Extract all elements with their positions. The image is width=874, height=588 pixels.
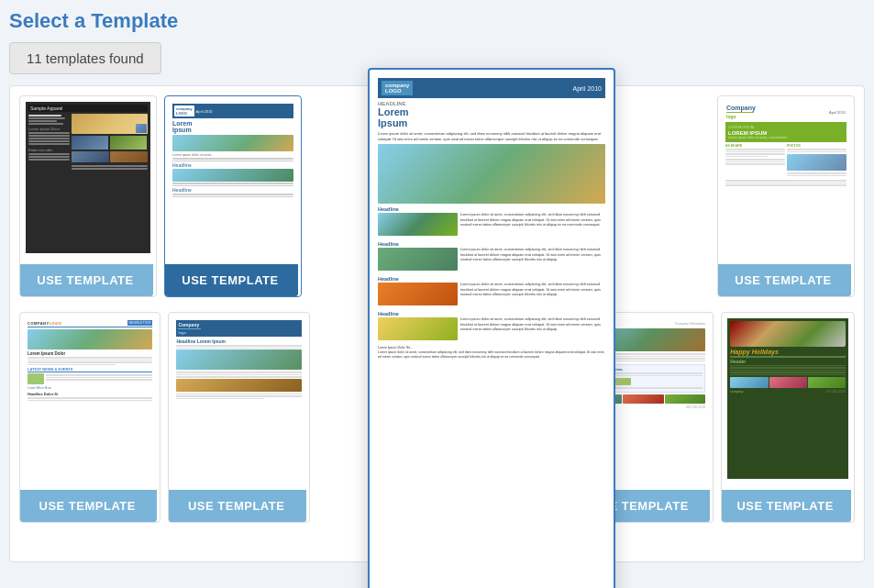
use-template-button-company-green[interactable]: USE TEMPLATE [717,264,851,296]
template-card-holiday[interactable]: Happy Holidays Header company [721,312,855,523]
use-template-button-dark-apparel[interactable]: USE TEMPLATE [19,264,153,296]
template-preview-co-blue: Company logo Headline Lorem Ipsum [174,318,303,484]
templates-area: Sample Apparel Lorem Ipsum Dolor Etiam n… [9,85,865,562]
template-preview-dark: Sample Apparel Lorem Ipsum Dolor Etiam n… [26,102,150,259]
template-card-dark-apparel[interactable]: Sample Apparel Lorem Ipsum Dolor Etiam n… [19,95,157,297]
template-card-company-green[interactable]: Company logo April 2010 LOREM IPSUM LORE… [717,95,855,297]
template-card-photo-newsletter[interactable]: COMPANYLOGO NEWSLETTER Lorem Ipsum Dolor… [19,312,160,523]
found-badge: 11 templates found [9,42,161,74]
template-preview-blue: companyLOGO April 2010 Lorem Ipsum Lorem… [171,102,295,259]
page-title: Select a Template [9,9,865,33]
use-template-button-blue-newsletter[interactable]: USE TEMPLATE [164,264,298,296]
use-template-button-holiday[interactable]: USE TEMPLATE [721,490,851,522]
templates-row-1: Sample Apparel Lorem Ipsum Dolor Etiam n… [19,95,855,297]
template-preview-holiday: Happy Holidays Header company [727,318,848,484]
template-card-blue-newsletter[interactable]: companyLOGO April 2010 Lorem Ipsum Lorem… [164,95,302,297]
use-template-button-company-blue[interactable]: USE TEMPLATE [168,490,305,522]
use-template-button-photo-newsletter[interactable]: USE TEMPLATE [19,490,157,522]
template-preview-news: COMPANYLOGO NEWSLETTER Lorem Ipsum Dolor… [26,318,154,484]
template-preview-green: Company logo April 2010 LOREM IPSUM LORE… [724,102,848,259]
template-card-large-preview[interactable]: companyLOGO April 2010 HEADLINE LoremIps… [368,68,615,588]
template-card-company-blue[interactable]: Company logo Headline Lorem Ipsum [168,312,309,523]
template-preview-large: companyLOGO April 2010 HEADLINE LoremIps… [375,75,608,588]
